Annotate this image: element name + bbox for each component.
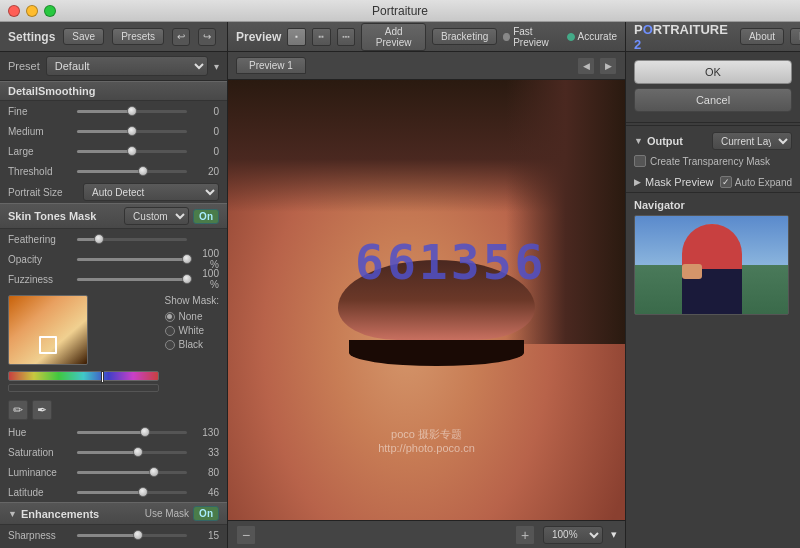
enhancements-on-badge[interactable]: On xyxy=(193,506,219,521)
preview-content: Preview 1 ◀ ▶ 661356 xyxy=(228,52,625,548)
accurate-option[interactable]: Accurate xyxy=(567,31,617,42)
navigator-thumbnail[interactable] xyxy=(634,215,789,315)
opacity-value: 100 % xyxy=(191,248,219,270)
sharpness-track[interactable] xyxy=(77,534,187,537)
logo-version: 2 xyxy=(634,37,641,52)
mask-preview-label: Mask Preview xyxy=(645,176,716,188)
saturation-slider-row: Saturation 33 xyxy=(0,442,227,462)
opacity-track[interactable] xyxy=(77,258,187,261)
dual-view-button[interactable]: ▪▪▪ xyxy=(337,28,356,46)
white-radio[interactable] xyxy=(165,326,175,336)
latitude-slider-row: Latitude 46 xyxy=(0,482,227,502)
single-view-button[interactable]: ▪ xyxy=(287,28,306,46)
medium-value: 0 xyxy=(191,126,219,137)
split-view-button[interactable]: ▪▪ xyxy=(312,28,331,46)
detail-smoothing-title: DetailSmoothing xyxy=(8,85,95,97)
color-section: Show Mask: None White Black xyxy=(0,289,227,398)
auto-expand-checkbox[interactable] xyxy=(720,176,732,188)
redo-button[interactable]: ↪ xyxy=(198,28,216,46)
mask-preview-collapse-icon[interactable]: ▶ xyxy=(634,177,641,187)
fast-preview-radio[interactable] xyxy=(503,33,510,41)
portrait-size-row: Portrait Size Auto Detect xyxy=(0,181,227,203)
skin-tones-on-badge[interactable]: On xyxy=(193,209,219,224)
zoom-select[interactable]: 100% xyxy=(543,526,603,544)
fuzziness-track[interactable] xyxy=(77,278,187,281)
threshold-label: Threshold xyxy=(8,166,73,177)
help-button[interactable]: Help xyxy=(790,28,800,45)
show-mask-area: Show Mask: None White Black xyxy=(165,295,219,350)
undo-button[interactable]: ↩ xyxy=(172,28,190,46)
output-collapse-icon[interactable]: ▼ xyxy=(634,136,643,146)
latitude-track[interactable] xyxy=(77,491,187,494)
presets-button[interactable]: Presets xyxy=(112,28,164,45)
watermark: poco 摄影专题 http://photo.poco.cn xyxy=(378,427,475,454)
fast-preview-label: Fast Preview xyxy=(513,26,560,48)
add-preview-button[interactable]: Add Preview xyxy=(361,23,426,51)
preview-image: 661356 poco 摄影专题 http://photo.poco.cn xyxy=(228,80,625,520)
auto-expand-row[interactable]: Auto Expand xyxy=(720,176,792,188)
create-transparency-row[interactable]: Create Transparency Mask xyxy=(634,154,792,168)
latitude-value: 46 xyxy=(191,487,219,498)
undo-icon: ↩ xyxy=(177,31,185,42)
maximize-button[interactable] xyxy=(44,5,56,17)
skin-tones-mask-select[interactable]: Custom xyxy=(124,207,189,225)
left-toolbar: Settings Save Presets ↩ ↪ xyxy=(0,22,227,52)
color-picker[interactable] xyxy=(8,295,88,365)
saturation-value: 33 xyxy=(191,447,219,458)
left-panel: Settings Save Presets ↩ ↪ Preset Default… xyxy=(0,22,228,548)
portrait-size-select[interactable]: Auto Detect xyxy=(83,183,219,201)
preview-next-button[interactable]: ▶ xyxy=(599,57,617,75)
eyedropper-row: ✏ ✒ xyxy=(0,398,227,422)
none-radio-row[interactable]: None xyxy=(165,311,219,322)
black-radio[interactable] xyxy=(165,340,175,350)
preview-title: Preview xyxy=(236,30,281,44)
fine-value: 0 xyxy=(191,106,219,117)
right-buttons: OK Cancel xyxy=(626,52,800,120)
create-transparency-checkbox[interactable] xyxy=(634,155,646,167)
preview-prev-button[interactable]: ◀ xyxy=(577,57,595,75)
ok-button[interactable]: OK xyxy=(634,60,792,84)
none-radio[interactable] xyxy=(165,312,175,322)
save-button[interactable]: Save xyxy=(63,28,104,45)
feathering-track[interactable] xyxy=(77,238,187,241)
preset-select[interactable]: Default xyxy=(46,56,208,76)
eyedropper-button[interactable]: ✏ xyxy=(8,400,28,420)
preview-toolbar: Preview ▪ ▪▪ ▪▪▪ Add Preview Bracketing … xyxy=(228,22,625,52)
threshold-track[interactable] xyxy=(77,170,187,173)
fast-preview-option[interactable]: Fast Preview xyxy=(503,26,560,48)
black-radio-row[interactable]: Black xyxy=(165,339,219,350)
fine-slider-row: Fine 0 xyxy=(0,101,227,121)
luminance-track[interactable] xyxy=(77,471,187,474)
none-option-label: None xyxy=(179,311,203,322)
fine-track[interactable] xyxy=(77,110,187,113)
saturation-track[interactable] xyxy=(77,451,187,454)
white-radio-row[interactable]: White xyxy=(165,325,219,336)
fuzziness-label: Fuzziness xyxy=(8,274,73,285)
hue-bar[interactable] xyxy=(8,371,159,381)
large-track[interactable] xyxy=(77,150,187,153)
medium-track[interactable] xyxy=(77,130,187,133)
black-option-label: Black xyxy=(179,339,203,350)
minimize-button[interactable] xyxy=(26,5,38,17)
about-button[interactable]: About xyxy=(740,28,784,45)
bracketing-button[interactable]: Bracketing xyxy=(432,28,497,45)
alpha-bar[interactable] xyxy=(8,384,159,392)
preview-1-tab[interactable]: Preview 1 xyxy=(236,57,306,74)
enhancements-collapse-icon[interactable]: ▼ xyxy=(8,509,17,519)
hue-track[interactable] xyxy=(77,431,187,434)
output-layer-select[interactable]: Current Layer xyxy=(712,132,792,150)
chevron-right-icon: ▶ xyxy=(605,61,612,71)
left-content: DetailSmoothing Fine 0 Medium 0 Lar xyxy=(0,81,227,548)
close-button[interactable] xyxy=(8,5,20,17)
window-controls[interactable] xyxy=(8,5,56,17)
minus-icon: − xyxy=(242,527,250,543)
enhancements-title: Enhancements xyxy=(21,508,141,520)
cancel-button[interactable]: Cancel xyxy=(634,88,792,112)
mask-preview-row: ▶ Mask Preview Auto Expand xyxy=(626,174,800,190)
eyedropper-button-2[interactable]: ✒ xyxy=(32,400,52,420)
title-bar: Portraiture xyxy=(0,0,800,22)
zoom-minus-button[interactable]: − xyxy=(236,525,256,545)
zoom-plus-button[interactable]: + xyxy=(515,525,535,545)
accurate-radio[interactable] xyxy=(567,33,575,41)
opacity-slider-row: Opacity 100 % xyxy=(0,249,227,269)
